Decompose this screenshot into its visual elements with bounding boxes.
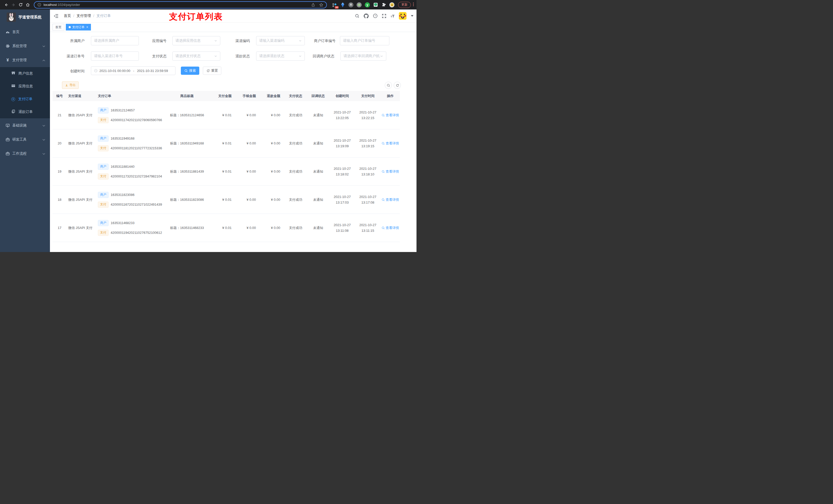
sidebar-item-system[interactable]: 系统管理	[0, 39, 50, 53]
close-tab-icon[interactable]: ×	[86, 25, 88, 29]
user-avatar[interactable]	[399, 12, 406, 20]
pay-amount: ¥ 0.01	[211, 226, 236, 230]
pay-status-select[interactable]: 请选择支付状态	[172, 51, 220, 61]
order-id: 17	[52, 226, 67, 230]
sidebar-fold-icon[interactable]	[53, 14, 58, 19]
product-title: 标题：1635311823086	[163, 197, 211, 202]
forward-button[interactable]	[10, 1, 17, 8]
sidebar-item-merchant-info[interactable]: 商户信息	[0, 67, 50, 80]
refresh-button[interactable]	[394, 82, 401, 89]
chevron-down-icon	[42, 123, 45, 128]
help-icon[interactable]: ?	[373, 14, 378, 18]
filter-label-merchant: 所属商户	[50, 36, 85, 45]
extension-chat-icon[interactable]	[373, 2, 379, 8]
channel-code-select[interactable]: 请输入渠道编码	[256, 36, 305, 45]
extension-command-icon[interactable]: ⌘	[348, 2, 354, 8]
order-id: 18	[52, 198, 67, 201]
shop-icon	[11, 71, 15, 76]
pay-amount: ¥ 0.01	[211, 198, 236, 201]
breadcrumb-payment[interactable]: 支付管理	[77, 14, 91, 18]
view-details-link[interactable]: 查看详情	[382, 197, 399, 202]
pay-channel: 微信 JSAPI 支付	[67, 113, 95, 118]
extension-blocks-icon[interactable]: 10	[331, 2, 338, 8]
tab-home[interactable]: 首页	[52, 24, 64, 30]
extension-y-icon[interactable]: y	[364, 2, 371, 8]
orders-table: 编号 支付渠道 支付订单 商品标题 支付金额 手续金额 退款金额 支付状态 回调…	[52, 91, 400, 252]
sidebar-item-payment[interactable]: ¥ 支付管理	[0, 53, 50, 67]
pay-tag: 支付	[98, 201, 109, 208]
view-details-link[interactable]: 查看详情	[382, 113, 399, 118]
extension-dot-icon[interactable]	[356, 2, 362, 8]
toggle-search-button[interactable]	[385, 82, 392, 89]
table-row: 19 微信 JSAPI 支付 商户 1635311881440 支付 42000…	[52, 158, 400, 186]
tags-view: 首页 支付订单 ×	[50, 23, 416, 32]
update-button[interactable]: 更新	[398, 2, 411, 8]
github-icon[interactable]	[364, 14, 368, 19]
clock-icon	[94, 69, 98, 72]
logo-rabbit-image	[7, 13, 16, 22]
sidebar-item-dev-tools[interactable]: 研发工具	[0, 133, 50, 146]
bookmark-star-icon[interactable]	[319, 3, 323, 7]
chrome-menu-icon[interactable]	[413, 2, 414, 7]
back-button[interactable]	[3, 1, 10, 8]
merchant-tag: 商户	[98, 220, 109, 226]
avatar-caret-icon[interactable]	[411, 15, 413, 17]
refund-amount: ¥ 0.00	[260, 198, 284, 201]
pay-tag: 支付	[98, 173, 109, 179]
paid-time: 2021-10-2713:11:15	[355, 223, 381, 233]
svg-text:?: ?	[375, 14, 376, 17]
profile-emoji-avatar[interactable]	[389, 2, 395, 8]
view-details-link[interactable]: 查看详情	[382, 141, 399, 146]
view-details-link[interactable]: 查看详情	[382, 169, 399, 174]
order-id: 21	[52, 113, 67, 117]
pay-order-cell: 商户 1635311823086 支付 42000011672021102710…	[95, 192, 163, 208]
filter-label-pay-status: 支付状态	[130, 51, 166, 61]
created-time: 2021-10-2713:11:08	[329, 223, 355, 233]
pay-order-cell: 商户 1635311949168 支付 42000011812021102777…	[95, 136, 163, 151]
created-time: 2021-10-2713:22:05	[329, 111, 355, 120]
create-time-range-picker[interactable]: 2021-10-01 00:00:00 - 2021-10-31 23:59:5…	[91, 66, 175, 75]
briefcase-icon	[6, 152, 10, 156]
sidebar-item-infrastructure[interactable]: 基础设施	[0, 118, 50, 133]
chevron-down-icon	[380, 54, 383, 57]
tab-pay-orders[interactable]: 支付订单 ×	[66, 24, 91, 30]
view-details-link[interactable]: 查看详情	[382, 225, 399, 230]
sidebar-item-refund-orders[interactable]: 退款订单	[0, 105, 50, 118]
export-button[interactable]: 导出	[62, 81, 79, 89]
table-row: 21 微信 JSAPI 支付 商户 1635312124657 支付 42000…	[52, 101, 400, 129]
reset-button[interactable]: 重置	[203, 67, 221, 75]
home-button[interactable]	[24, 1, 31, 8]
dashboard-icon	[6, 30, 10, 34]
fullscreen-icon[interactable]	[382, 14, 386, 18]
created-time: 2021-10-2713:17:03	[329, 195, 355, 205]
extension-kite-icon[interactable]	[340, 2, 346, 8]
merchant-order-no: 1635311949168	[111, 137, 135, 140]
share-icon[interactable]	[311, 3, 315, 7]
app-logo[interactable]: 芋道管理系统	[0, 9, 50, 25]
address-bar[interactable]: localhost:1024/pay/order	[34, 1, 327, 8]
paid-time: 2021-10-2713:18:10	[355, 167, 381, 176]
reload-button[interactable]	[17, 1, 24, 8]
font-size-icon[interactable]: TT	[390, 14, 395, 18]
search-icon[interactable]	[355, 14, 359, 18]
breadcrumb-home[interactable]: 首页	[64, 14, 71, 18]
merchant-order-no: 1635311881440	[111, 165, 135, 169]
notify-status-select[interactable]: 请选择订单回调商户状态	[340, 51, 386, 61]
pay-amount: ¥ 0.01	[211, 170, 236, 173]
site-info-icon[interactable]	[38, 3, 41, 7]
filter-label-refund-status: 退款状态	[214, 51, 250, 61]
app-select[interactable]: 请选择应用信息	[172, 36, 220, 45]
merchant-order-no-input[interactable]: 请输入商户订单编号	[340, 36, 389, 45]
notify-status: 未通知	[307, 113, 329, 118]
sidebar-item-pay-orders[interactable]: ¥ 支付订单	[0, 93, 50, 105]
sidebar-item-workflow[interactable]: 工作流程	[0, 146, 50, 161]
sidebar-item-app-info[interactable]: 应用信息	[0, 80, 50, 93]
grid-table-icon	[11, 84, 15, 89]
sidebar-item-home[interactable]: 首页	[0, 25, 50, 39]
product-title: 标题：1635312124656	[163, 113, 211, 118]
pay-status: 支付成功	[284, 169, 307, 174]
extensions-puzzle-icon[interactable]	[381, 2, 387, 8]
documents-icon	[11, 110, 15, 115]
sidebar: 芋道管理系统 首页 系统管理 ¥ 支付管理	[0, 9, 50, 252]
search-button[interactable]: 搜索	[181, 67, 199, 75]
